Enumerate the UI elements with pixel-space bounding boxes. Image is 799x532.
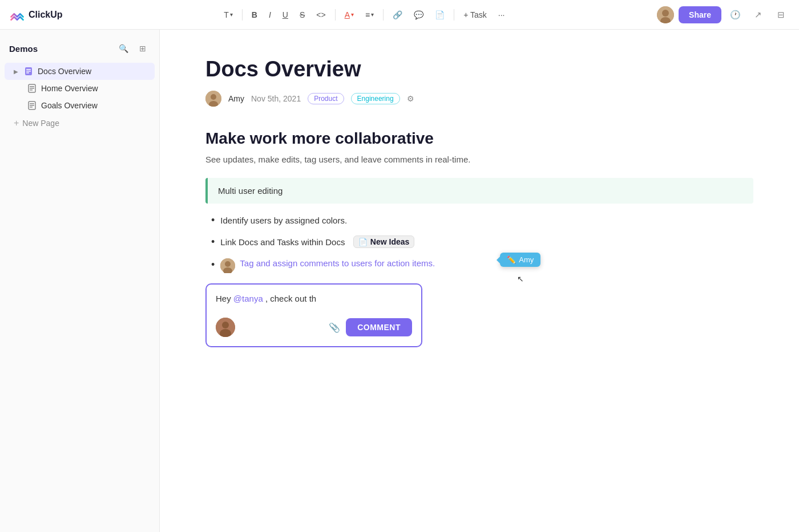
embed-btn[interactable]: 📄 — [430, 8, 449, 22]
add-icon: + — [14, 118, 19, 128]
comment-input-display: Hey @tanya , check out th — [216, 294, 412, 311]
main-layout: Demos 🔍 ⊞ ▶ Docs Overview — [0, 30, 799, 532]
text-format-btn[interactable]: T ▾ — [219, 8, 237, 22]
svg-point-1 — [662, 10, 669, 17]
sidebar: Demos 🔍 ⊞ ▶ Docs Overview — [0, 30, 160, 532]
author-avatar — [205, 91, 221, 107]
sidebar-item-docs-overview[interactable]: ▶ Docs Overview — [5, 63, 155, 80]
toolbar-center: T ▾ B I U S <> A ▾ ≡ ▾ 🔗 💬 📄 + Task ··· — [76, 8, 653, 22]
svg-rect-5 — [26, 71, 31, 72]
home-overview-icon — [27, 84, 37, 93]
section-subtext: See updates, make edits, tag users, and … — [205, 155, 753, 164]
goals-overview-label: Goals Overview — [41, 101, 98, 110]
tagged-line: Tag and assign comments to users for act… — [220, 258, 435, 273]
svg-point-19 — [225, 261, 231, 267]
bullet-text-2-prefix: Link Docs and Tasks within Docs — [220, 237, 350, 247]
sidebar-item-home-overview[interactable]: Home Overview — [5, 80, 155, 97]
user-avatar — [657, 6, 674, 23]
sidebar-item-goals-overview[interactable]: Goals Overview — [5, 97, 155, 114]
sidebar-title: Demos — [9, 44, 38, 54]
doc-link-chip[interactable]: 📄 New Ideas — [353, 235, 414, 248]
svg-point-16 — [211, 94, 216, 100]
list-item-3: • Tag and assign comments to users for a… — [211, 258, 753, 273]
tagged-user-avatar — [220, 258, 235, 273]
add-task-btn[interactable]: + Task — [459, 8, 491, 22]
sidebar-collapse-btn[interactable]: ⊞ — [135, 41, 150, 56]
doc-date: Nov 5th, 2021 — [251, 94, 301, 103]
comment-toolbar-btn[interactable]: 💬 — [409, 8, 428, 22]
history-btn[interactable]: 🕐 — [726, 6, 744, 24]
attach-icon[interactable]: 📎 — [329, 322, 340, 333]
section-heading: Make work more collaborative — [205, 129, 753, 148]
toolbar-divider-3 — [383, 9, 384, 21]
italic-btn[interactable]: I — [264, 8, 276, 22]
export-btn[interactable]: ↗ — [749, 6, 767, 24]
content-area: Docs Overview Amy Nov 5th, 2021 Product … — [160, 30, 799, 532]
toolbar-divider-4 — [454, 9, 454, 21]
callout-text: Multi user editing — [218, 186, 283, 196]
svg-rect-14 — [30, 107, 33, 108]
logo-text: ClickUp — [29, 10, 63, 20]
svg-rect-13 — [30, 105, 34, 106]
bullet-dot-2: • — [211, 237, 215, 247]
comment-text-hey: Hey — [216, 294, 233, 303]
bold-btn[interactable]: B — [247, 8, 262, 22]
doc-link-icon: 📄 — [358, 238, 368, 246]
toolbar: ClickUp T ▾ B I U S <> A ▾ ≡ ▾ 🔗 💬 📄 + T… — [0, 0, 799, 30]
more-btn[interactable]: ··· — [494, 8, 510, 22]
pencil-icon: ✏️ — [507, 255, 516, 264]
comment-mention: @tanya — [233, 294, 263, 303]
add-new-page[interactable]: + New Page — [5, 114, 155, 132]
bullet-text-1: Identify users by assigned colors. — [220, 216, 347, 225]
svg-rect-4 — [26, 69, 31, 70]
new-page-label: New Page — [22, 119, 59, 128]
svg-rect-12 — [30, 103, 34, 104]
amy-tooltip: ✏️ Amy — [500, 253, 540, 267]
commenter-avatar — [216, 318, 235, 337]
bullet-dot-3: • — [211, 259, 215, 270]
svg-point-22 — [222, 322, 229, 328]
svg-rect-6 — [26, 72, 29, 74]
color-btn[interactable]: A ▾ — [340, 8, 358, 22]
tag-engineering[interactable]: Engineering — [351, 93, 400, 104]
layout-btn[interactable]: ⊟ — [772, 6, 790, 24]
docs-overview-label: Docs Overview — [38, 67, 91, 76]
underline-btn[interactable]: U — [278, 8, 293, 22]
tag-product[interactable]: Product — [308, 93, 344, 104]
cursor-icon: ↖ — [517, 274, 524, 283]
comment-box: Hey @tanya , check out th 📎 COMMENT — [205, 283, 422, 347]
link-btn[interactable]: 🔗 — [388, 8, 407, 22]
toolbar-divider-1 — [242, 9, 243, 21]
bullet-dot-1: • — [211, 215, 215, 225]
sidebar-actions: 🔍 ⊞ — [116, 41, 150, 56]
list-item-1: • Identify users by assigned colors. — [211, 215, 753, 225]
doc-meta: Amy Nov 5th, 2021 Product Engineering ⚙ — [205, 91, 753, 107]
doc-title: Docs Overview — [205, 57, 753, 82]
docs-overview-icon — [24, 67, 33, 76]
share-button[interactable]: Share — [679, 6, 721, 23]
logo[interactable]: ClickUp — [9, 7, 63, 23]
comment-footer: 📎 COMMENT — [216, 318, 412, 337]
svg-rect-9 — [30, 88, 34, 89]
svg-rect-8 — [30, 86, 34, 87]
svg-rect-10 — [30, 90, 33, 91]
doc-author: Amy — [228, 94, 244, 103]
goals-overview-icon — [27, 101, 37, 110]
callout-block: Multi user editing — [205, 178, 753, 204]
comment-submit-btn[interactable]: COMMENT — [346, 318, 412, 336]
list-item-2: • Link Docs and Tasks within Docs 📄 New … — [211, 235, 753, 248]
strikethrough-btn[interactable]: S — [295, 8, 309, 22]
toolbar-divider-2 — [335, 9, 336, 21]
doc-settings-icon[interactable]: ⚙ — [407, 94, 414, 103]
code-btn[interactable]: <> — [312, 8, 330, 22]
align-btn[interactable]: ≡ ▾ — [361, 8, 378, 22]
arrow-icon: ▶ — [14, 68, 18, 75]
sidebar-header: Demos 🔍 ⊞ — [0, 39, 159, 63]
amy-tooltip-text: Amy — [519, 255, 534, 264]
tagged-text: Tag and assign comments to users for act… — [240, 258, 435, 268]
comment-text-rest: , check out th — [265, 294, 316, 303]
doc-link-label: New Ideas — [370, 237, 409, 246]
toolbar-right: Share 🕐 ↗ ⊟ — [657, 6, 790, 24]
sidebar-search-btn[interactable]: 🔍 — [116, 41, 131, 56]
home-overview-label: Home Overview — [41, 84, 98, 93]
